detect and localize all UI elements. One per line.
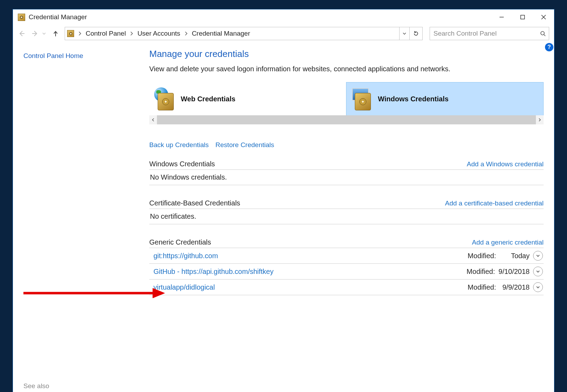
see-also-label: See also	[23, 382, 49, 390]
scroll-left-button[interactable]	[149, 115, 157, 124]
control-panel-home-link[interactable]: Control Panel Home	[23, 52, 144, 60]
modified-value: 9/9/2018	[500, 283, 530, 291]
search-input[interactable]	[430, 30, 537, 37]
chevron-right-icon	[76, 31, 84, 36]
nav-history-dropdown[interactable]	[42, 29, 46, 38]
svg-rect-1	[521, 15, 525, 19]
help-icon[interactable]: ?	[545, 43, 553, 51]
tab-web-credentials[interactable]: Web Credentials	[149, 82, 346, 116]
section-certificate-credentials: Certificate-Based Credentials Add a cert…	[149, 198, 544, 224]
nav-up-button[interactable]	[51, 29, 60, 38]
breadcrumb: Control Panel User Accounts Credential M…	[76, 27, 399, 40]
window-title: Credential Manager	[29, 13, 87, 21]
credential-row[interactable]: git:https://github.com Modified: Today	[149, 248, 544, 264]
credential-row[interactable]: virtualapp/didlogical Modified: 9/9/2018	[149, 280, 544, 295]
expand-icon[interactable]	[533, 282, 543, 292]
window-body: Control Panel Home See also ? Manage you…	[13, 42, 554, 392]
credential-name: git:https://github.com	[150, 252, 218, 260]
expand-icon[interactable]	[533, 251, 543, 261]
web-credentials-icon	[154, 87, 177, 110]
breadcrumb-item[interactable]: Credential Manager	[190, 30, 252, 37]
backup-credentials-link[interactable]: Back up Credentials	[149, 141, 209, 148]
navigation-bar: Control Panel User Accounts Credential M…	[13, 25, 554, 42]
page-subtitle: View and delete your saved logon informa…	[149, 65, 544, 73]
section-generic-credentials: Generic Credentials Add a generic creden…	[149, 237, 544, 295]
expand-icon[interactable]	[533, 267, 543, 276]
breadcrumb-item[interactable]: Control Panel	[84, 30, 128, 37]
section-heading: Certificate-Based Credentials	[149, 199, 240, 207]
minimize-button[interactable]	[491, 9, 512, 25]
add-windows-credential-link[interactable]: Add a Windows credential	[467, 160, 544, 168]
credential-manager-window: Credential Manager	[13, 9, 554, 392]
main-pane: ? Manage your credentials View and delet…	[149, 42, 554, 392]
breadcrumb-item[interactable]: User Accounts	[135, 30, 182, 37]
credential-name: virtualapp/didlogical	[150, 283, 215, 291]
credential-type-tabs: Web Credentials Windows Credentials	[149, 82, 544, 116]
refresh-button[interactable]	[409, 27, 422, 40]
sidebar: Control Panel Home See also	[13, 42, 149, 392]
maximize-button[interactable]	[512, 9, 533, 25]
windows-credentials-icon	[351, 87, 374, 110]
tab-label: Web Credentials	[181, 95, 235, 103]
address-bar[interactable]: Control Panel User Accounts Credential M…	[65, 27, 423, 40]
page-title: Manage your credentials	[149, 49, 544, 59]
titlebar: Credential Manager	[13, 9, 554, 25]
modified-label: Modified:	[468, 283, 496, 291]
tab-windows-credentials[interactable]: Windows Credentials	[346, 82, 544, 116]
add-certificate-credential-link[interactable]: Add a certificate-based credential	[445, 199, 544, 207]
section-heading: Windows Credentials	[149, 160, 215, 168]
svg-line-8	[544, 35, 545, 36]
address-dropdown[interactable]	[399, 27, 409, 40]
tab-label: Windows Credentials	[378, 95, 448, 103]
nav-forward-button[interactable]	[30, 29, 40, 38]
credential-row[interactable]: GitHub - https://api.github.com/shiftkey…	[149, 264, 544, 280]
app-icon	[18, 14, 25, 21]
chevron-right-icon	[182, 31, 190, 36]
search-box[interactable]	[430, 27, 549, 40]
section-empty-text: No Windows credentials.	[149, 170, 544, 185]
restore-credentials-link[interactable]: Restore Credentials	[215, 141, 274, 148]
modified-label: Modified:	[467, 268, 495, 276]
section-windows-credentials: Windows Credentials Add a Windows creden…	[149, 159, 544, 185]
add-generic-credential-link[interactable]: Add a generic credential	[472, 239, 544, 246]
modified-value: 9/10/2018	[498, 268, 530, 276]
svg-point-7	[541, 31, 544, 35]
chevron-right-icon	[128, 31, 135, 36]
credential-action-links: Back up Credentials Restore Credentials	[149, 141, 544, 149]
nav-back-button[interactable]	[16, 29, 26, 38]
search-icon[interactable]	[537, 31, 549, 36]
section-empty-text: No certificates.	[149, 209, 544, 224]
credential-name: GitHub - https://api.github.com/shiftkey	[150, 268, 274, 276]
close-button[interactable]	[533, 9, 554, 25]
section-heading: Generic Credentials	[149, 238, 211, 246]
address-icon	[65, 27, 76, 40]
tab-scroll-strip	[149, 115, 544, 124]
modified-value: Today	[500, 252, 530, 260]
modified-label: Modified:	[468, 252, 496, 260]
scroll-right-button[interactable]	[536, 115, 544, 124]
scroll-track[interactable]	[157, 115, 536, 124]
